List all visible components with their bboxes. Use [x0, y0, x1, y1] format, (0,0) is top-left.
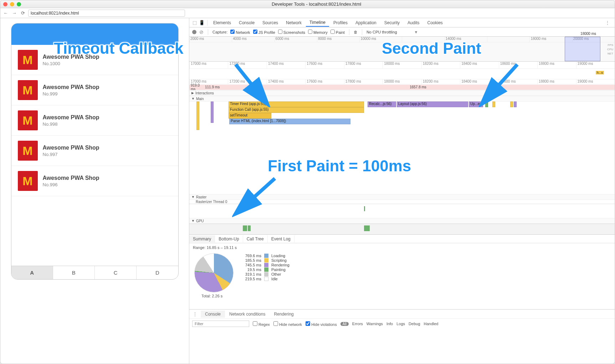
inspect-icon[interactable]: ⬚	[191, 20, 198, 25]
list-item[interactable]: MAwesome PWA ShopNo.996	[11, 166, 178, 196]
maximize-icon[interactable]	[17, 2, 21, 6]
regex-checkbox[interactable]: Regex	[253, 321, 270, 327]
summary-tab-calltree[interactable]: Call Tree	[243, 235, 268, 243]
tab-b[interactable]: B	[53, 266, 95, 279]
flame-settimeout[interactable]: setTimeout	[229, 113, 271, 119]
tab-network[interactable]: Network	[282, 19, 305, 26]
timing-first: 111.9 ms	[204, 85, 221, 90]
summary-range: Range: 16.85 s – 19.11 s	[189, 243, 615, 252]
chip-logs[interactable]: Logs	[396, 322, 405, 326]
chip-handled[interactable]: Handled	[424, 322, 439, 326]
flame-recalc[interactable]: Recalc...js:56)	[368, 102, 396, 107]
flame-sliver	[211, 102, 214, 123]
tab-application[interactable]: Application	[352, 19, 380, 26]
tab-c[interactable]: C	[95, 266, 137, 279]
back-button[interactable]: ←	[2, 10, 9, 16]
shop-list[interactable]: MAwesome PWA ShopNo.1000 MAwesome PWA Sh…	[11, 45, 178, 266]
hide-violations-checkbox[interactable]: Hide violations	[306, 321, 337, 327]
tab-security[interactable]: Security	[381, 19, 403, 26]
chip-errors[interactable]: Errors	[352, 322, 363, 326]
window-titlebar: Developer Tools - localhost:8021/index.h…	[0, 0, 615, 8]
section-interactions[interactable]: ▶Interactions	[189, 90, 615, 96]
list-item[interactable]: MAwesome PWA ShopNo.1000	[11, 45, 178, 75]
capture-paint[interactable]: Paint	[330, 30, 345, 35]
url-text: localhost:8021/index.html	[31, 11, 79, 16]
list-item[interactable]: MAwesome PWA ShopNo.998	[11, 105, 178, 136]
drawer-tab-rendering[interactable]: Rendering	[270, 311, 298, 318]
flame-parse-html[interactable]: Parse HTML (index.html [1...7009])	[229, 119, 350, 124]
devtools-menu-icon[interactable]: ⋮	[603, 20, 613, 25]
timing-big: 1657.8 ms	[221, 85, 615, 90]
capture-jsprofile[interactable]: JS Profile	[253, 30, 275, 35]
timings-row: 919.0 ms 111.9 ms 1657.8 ms	[189, 84, 615, 90]
tab-sources[interactable]: Sources	[259, 19, 282, 26]
fps-label: FPS	[607, 43, 613, 47]
tab-console[interactable]: Console	[235, 19, 258, 26]
overview-highlight-label: 18000 ms	[580, 32, 597, 36]
item-sub: No.998	[43, 121, 99, 127]
drawer-tab-console[interactable]: Console	[201, 311, 225, 318]
overview-ruler: 2000 ms4000 ms6000 ms8000 ms10000 ms1400…	[189, 37, 615, 42]
overview-selection[interactable]	[565, 37, 600, 61]
chip-info[interactable]: Info	[386, 322, 393, 326]
address-bar[interactable]: localhost:8021/index.html	[28, 10, 185, 17]
legend-swatch-painting	[264, 267, 268, 272]
tab-cookies[interactable]: Cookies	[424, 19, 446, 26]
item-sub: No.997	[43, 152, 99, 157]
hide-network-checkbox[interactable]: Hide network	[273, 321, 302, 327]
timeline-overview[interactable]: 2000 ms4000 ms6000 ms8000 ms10000 ms1400…	[189, 37, 615, 62]
zoom-ruler-a[interactable]: 17000 ms17200 ms17400 ms17600 ms17800 ms…	[189, 62, 615, 69]
console-drawer: ⋮ Console Network conditions Rendering R…	[189, 309, 615, 329]
console-filter-input[interactable]	[192, 321, 249, 327]
trash-icon[interactable]: 🗑	[354, 30, 358, 34]
mcdonalds-logo-icon: M	[18, 141, 38, 161]
browser-toolbar: ← → ⟳ localhost:8021/index.html	[0, 8, 615, 18]
reload-button[interactable]: ⟳	[20, 10, 26, 16]
traffic-lights	[3, 2, 21, 6]
tab-timeline[interactable]: Timeline	[306, 19, 329, 27]
timing-left: 919.0 ms	[189, 85, 204, 90]
summary-tab-eventlog[interactable]: Event Log	[268, 235, 294, 243]
flame-function-call[interactable]: Function Call (app.js:55)	[229, 107, 364, 113]
flame-update[interactable]: Up...ee	[469, 102, 483, 107]
device-toggle-icon[interactable]: 📱	[199, 20, 205, 25]
tab-audits[interactable]: Audits	[404, 19, 423, 26]
capture-memory[interactable]: Memory	[308, 30, 328, 35]
legend-swatch-idle	[264, 277, 268, 281]
tab-a[interactable]: A	[11, 266, 53, 279]
item-title: Awesome PWA Shop	[43, 84, 99, 90]
section-gpu[interactable]: ▼GPU	[189, 218, 615, 224]
clear-button[interactable]: ⊘	[199, 29, 204, 35]
chip-debug[interactable]: Debug	[409, 322, 420, 326]
list-item[interactable]: MAwesome PWA ShopNo.999	[11, 75, 178, 105]
minimize-icon[interactable]	[10, 2, 14, 6]
tab-profiles[interactable]: Profiles	[330, 19, 351, 26]
chip-warnings[interactable]: Warnings	[367, 322, 383, 326]
section-raster[interactable]: ▼Raster	[189, 194, 615, 200]
item-title: Awesome PWA Shop	[43, 145, 99, 151]
section-main[interactable]: ▼Main	[189, 96, 615, 102]
flame-sliver	[492, 102, 495, 107]
list-item[interactable]: MAwesome PWA ShopNo.997	[11, 136, 178, 166]
cpu-throttle-select[interactable]: No CPU throttling	[367, 30, 397, 34]
timing-right-badge: h...s	[596, 71, 604, 74]
chip-all[interactable]: All	[340, 322, 349, 326]
close-icon[interactable]	[3, 2, 7, 6]
tab-elements[interactable]: Elements	[210, 19, 235, 26]
drawer-menu-icon[interactable]: ⋮	[189, 312, 201, 317]
drawer-tab-network[interactable]: Network conditions	[225, 311, 270, 318]
record-button[interactable]	[192, 30, 196, 34]
forward-button[interactable]: →	[11, 10, 17, 16]
summary-tab-bottomup[interactable]: Bottom-Up	[215, 235, 243, 243]
flame-chart[interactable]: Timer Fired (app.js:55) Recalc...js:56) …	[189, 102, 615, 194]
flame-layout[interactable]: Layout (app.js:56)	[397, 102, 468, 107]
zoom-ruler-b[interactable]: 17000 ms17200 ms17400 ms17600 ms17800 ms…	[189, 79, 615, 84]
chevron-down-icon[interactable]: ▼	[414, 30, 418, 34]
capture-screenshots[interactable]: Screenshots	[278, 30, 305, 35]
app-header	[11, 24, 178, 45]
summary-tab-summary[interactable]: Summary	[189, 235, 215, 243]
flame-timer-fired[interactable]: Timer Fired (app.js:55)	[229, 102, 364, 107]
capture-network[interactable]: Network	[230, 30, 250, 35]
tab-d[interactable]: D	[137, 266, 178, 279]
summary-tabs: Summary Bottom-Up Call Tree Event Log	[189, 235, 615, 243]
